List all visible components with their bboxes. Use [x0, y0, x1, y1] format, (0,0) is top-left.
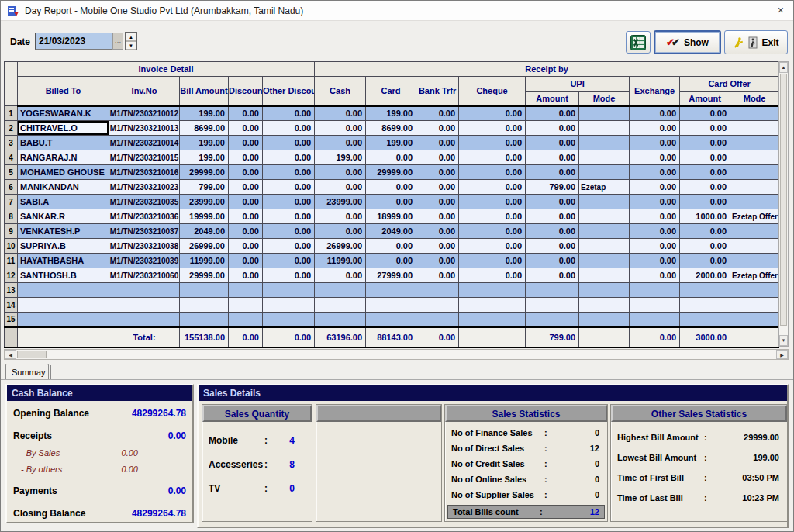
cell-card[interactable]: 199.00 [366, 106, 416, 121]
cell-exchange[interactable]: 0.00 [630, 106, 680, 121]
cell-other_discount[interactable] [263, 313, 315, 327]
cell-other_discount[interactable]: 0.00 [263, 136, 315, 150]
cell-bill_amount[interactable]: 11999.00 [180, 254, 229, 268]
cell-discount[interactable] [229, 298, 263, 313]
cell-upi_amount[interactable]: 0.00 [526, 254, 579, 268]
cell-inv_no[interactable]: M1/TN/2303210037 [109, 224, 180, 239]
cell-cash[interactable]: 0.00 [315, 121, 366, 136]
cell-card[interactable]: 0.00 [366, 195, 416, 209]
export-excel-button[interactable] [626, 31, 651, 54]
cell-card_offer_mode[interactable] [730, 150, 779, 165]
cell-upi_amount[interactable] [526, 298, 579, 313]
cell-inv_no[interactable] [109, 283, 180, 298]
row-number[interactable]: 13 [5, 283, 18, 298]
cell-upi_amount[interactable]: 0.00 [526, 209, 579, 224]
cell-cheque[interactable]: 0.00 [459, 121, 526, 136]
cell-card[interactable]: 27999.00 [366, 268, 416, 283]
cell-cash[interactable] [315, 283, 366, 298]
cell-cheque[interactable]: 0.00 [459, 150, 526, 165]
show-button[interactable]: ✔ ✔ Show [654, 30, 721, 54]
cell-cash[interactable] [315, 298, 366, 313]
cell-other_discount[interactable]: 0.00 [263, 239, 315, 254]
cell-cheque[interactable] [459, 298, 526, 313]
cell-cash[interactable]: 26999.00 [315, 239, 366, 254]
cell-billed_to[interactable]: MANIKANDAN [18, 180, 109, 195]
cell-inv_no[interactable]: M1/TN/2303210038 [109, 239, 180, 254]
cell-billed_to[interactable]: YOGESWARAN.K [18, 106, 109, 121]
cell-upi_mode[interactable] [579, 268, 630, 283]
cell-card_offer_mode[interactable] [730, 165, 779, 180]
cell-other_discount[interactable]: 0.00 [263, 150, 315, 165]
scroll-down-icon[interactable]: ▼ [779, 335, 788, 346]
cell-cash[interactable]: 0.00 [315, 136, 366, 150]
cell-billed_to[interactable]: VENKATESH.P [18, 224, 109, 239]
cell-upi_mode[interactable] [579, 106, 630, 121]
cell-bank_trfr[interactable]: 0.00 [416, 121, 459, 136]
cell-card_offer_amount[interactable]: 0.00 [680, 150, 730, 165]
cell-billed_to[interactable]: RANGARAJ.N [18, 150, 109, 165]
cell-discount[interactable] [229, 283, 263, 298]
cell-card_offer_mode[interactable] [730, 136, 779, 150]
cell-bill_amount[interactable]: 799.00 [180, 180, 229, 195]
cell-other_discount[interactable]: 0.00 [263, 121, 315, 136]
cell-discount[interactable]: 0.00 [229, 254, 263, 268]
cell-bank_trfr[interactable]: 0.00 [416, 268, 459, 283]
cell-upi_mode[interactable]: Ezetap [579, 180, 630, 195]
cell-cash[interactable]: 0.00 [315, 180, 366, 195]
cell-card[interactable]: 29999.00 [366, 165, 416, 180]
cell-bank_trfr[interactable]: 0.00 [416, 209, 459, 224]
scroll-left-icon[interactable]: ◀ [5, 350, 16, 359]
cell-bank_trfr[interactable]: 0.00 [416, 254, 459, 268]
row-number[interactable]: 11 [5, 254, 18, 268]
cell-card_offer_mode[interactable] [730, 298, 779, 313]
cell-bill_amount[interactable]: 8699.00 [180, 121, 229, 136]
cell-other_discount[interactable] [263, 283, 315, 298]
cell-billed_to[interactable]: SANTHOSH.B [18, 268, 109, 283]
cell-cash[interactable]: 0.00 [315, 209, 366, 224]
cell-inv_no[interactable]: M1/TN/2303210015 [109, 150, 180, 165]
cell-exchange[interactable]: 0.00 [630, 180, 680, 195]
cell-card_offer_amount[interactable]: 0.00 [680, 165, 730, 180]
cell-card_offer_amount[interactable]: 0.00 [680, 239, 730, 254]
cell-upi_amount[interactable]: 0.00 [526, 195, 579, 209]
cell-cheque[interactable] [459, 283, 526, 298]
row-number[interactable]: 12 [5, 268, 18, 283]
cell-card[interactable]: 0.00 [366, 254, 416, 268]
row-number[interactable]: 8 [5, 209, 18, 224]
cell-cash[interactable]: 11999.00 [315, 254, 366, 268]
cell-bill_amount[interactable]: 199.00 [180, 150, 229, 165]
cell-bill_amount[interactable]: 19999.00 [180, 209, 229, 224]
row-number[interactable]: 9 [5, 224, 18, 239]
cell-card_offer_amount[interactable] [680, 298, 730, 313]
cell-bill_amount[interactable] [180, 283, 229, 298]
cell-card_offer_amount[interactable]: 0.00 [680, 254, 730, 268]
cell-billed_to[interactable]: SANKAR.R [18, 209, 109, 224]
cell-discount[interactable]: 0.00 [229, 209, 263, 224]
cell-card_offer_mode[interactable] [730, 224, 779, 239]
vertical-scrollbar[interactable]: ▲ ▼ [778, 61, 789, 347]
cell-exchange[interactable]: 0.00 [630, 121, 680, 136]
close-icon[interactable]: × [778, 4, 784, 16]
cell-exchange[interactable]: 0.00 [630, 268, 680, 283]
cell-card[interactable]: 18999.00 [366, 209, 416, 224]
cell-cash[interactable]: 0.00 [315, 106, 366, 121]
cell-exchange[interactable]: 0.00 [630, 150, 680, 165]
cell-discount[interactable]: 0.00 [229, 121, 263, 136]
cell-billed_to[interactable]: MOHAMED GHOUSE [18, 165, 109, 180]
horizontal-scroll-thumb[interactable] [17, 351, 47, 358]
cell-card_offer_amount[interactable] [680, 313, 730, 327]
cell-exchange[interactable]: 0.00 [630, 254, 680, 268]
cell-card_offer_amount[interactable]: 0.00 [680, 224, 730, 239]
cell-cheque[interactable]: 0.00 [459, 136, 526, 150]
cell-other_discount[interactable]: 0.00 [263, 254, 315, 268]
cell-other_discount[interactable]: 0.00 [263, 180, 315, 195]
cell-other_discount[interactable]: 0.00 [263, 268, 315, 283]
tab-summary[interactable]: Summay [5, 364, 49, 380]
cell-bank_trfr[interactable]: 0.00 [416, 239, 459, 254]
cell-billed_to[interactable] [18, 298, 109, 313]
cell-other_discount[interactable]: 0.00 [263, 224, 315, 239]
cell-bank_trfr[interactable]: 0.00 [416, 165, 459, 180]
cell-inv_no[interactable] [109, 298, 180, 313]
cell-cheque[interactable]: 0.00 [459, 268, 526, 283]
cell-other_discount[interactable]: 0.00 [263, 209, 315, 224]
